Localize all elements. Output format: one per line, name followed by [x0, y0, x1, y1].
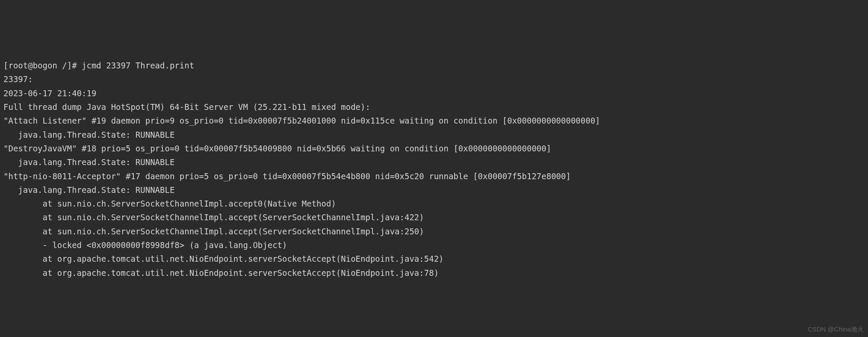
terminal-line: at sun.nio.ch.ServerSocketChannelImpl.ac…: [3, 210, 865, 224]
terminal-line: Full thread dump Java HotSpot(TM) 64-Bit…: [3, 100, 865, 114]
watermark-text: CSDN @China渔火: [808, 324, 864, 335]
terminal-line: - locked <0x00000000f8998df8> (a java.la…: [3, 238, 865, 252]
terminal-line: at org.apache.tomcat.util.net.NioEndpoin…: [3, 252, 865, 266]
terminal-line: java.lang.Thread.State: RUNNABLE: [3, 128, 865, 142]
terminal-line: java.lang.Thread.State: RUNNABLE: [3, 183, 865, 197]
terminal-line: "http-nio-8011-Acceptor" #17 daemon prio…: [3, 169, 865, 183]
terminal-line: 2023-06-17 21:40:19: [3, 86, 865, 100]
terminal-line: at sun.nio.ch.ServerSocketChannelImpl.ac…: [3, 225, 865, 238]
terminal-output: [root@bogon /]# jcmd 23397 Thread.print2…: [3, 59, 865, 280]
terminal-line: "Attach Listener" #19 daemon prio=9 os_p…: [3, 114, 865, 127]
terminal-line: 23397:: [3, 72, 865, 86]
terminal-line: at sun.nio.ch.ServerSocketChannelImpl.ac…: [3, 197, 865, 210]
terminal-line: "DestroyJavaVM" #18 prio=5 os_prio=0 tid…: [3, 142, 865, 155]
terminal-line: at org.apache.tomcat.util.net.NioEndpoin…: [3, 266, 865, 280]
terminal-line: java.lang.Thread.State: RUNNABLE: [3, 155, 865, 169]
terminal-line: [root@bogon /]# jcmd 23397 Thread.print: [3, 59, 865, 72]
